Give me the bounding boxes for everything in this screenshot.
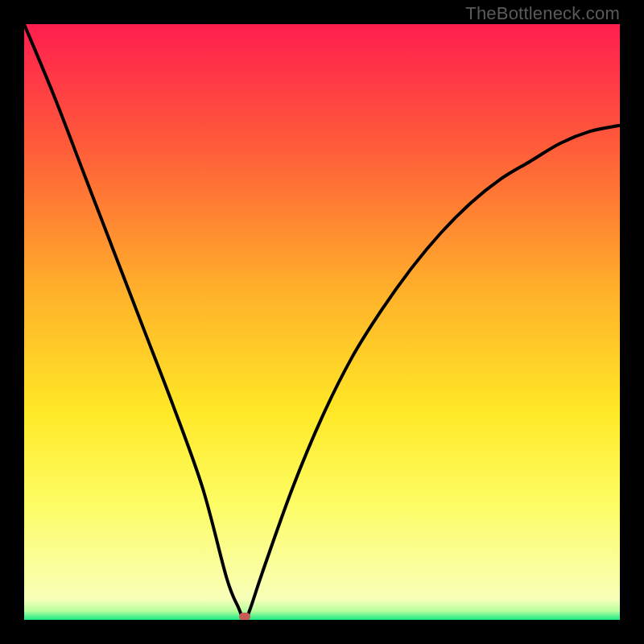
curve-minimum-marker xyxy=(239,613,250,620)
chart-frame: TheBottleneck.com xyxy=(0,0,644,644)
plot-area xyxy=(24,24,620,620)
bottleneck-curve xyxy=(24,24,620,620)
watermark-text: TheBottleneck.com xyxy=(465,3,620,24)
